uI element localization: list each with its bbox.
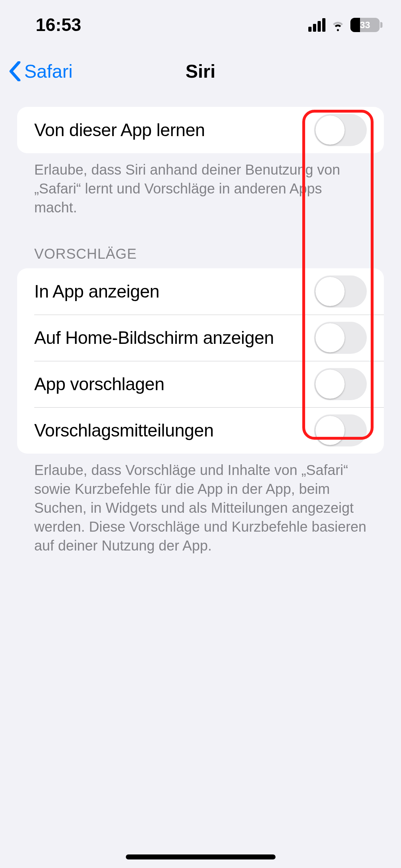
home-indicator [126,854,276,859]
row-show-in-app: In App anzeigen [17,268,384,315]
row-show-on-home: Auf Home-Bildschirm anzeigen [17,315,384,361]
nav-header: Safari Siri [0,50,401,93]
toggle-show-in-app[interactable] [314,275,367,308]
wifi-icon [330,17,345,32]
section-header-suggestions: VORSCHLÄGE [17,217,384,268]
row-label: Von dieser App lernen [34,120,205,140]
row-label: In App anzeigen [34,281,159,302]
toggle-suggestion-notifications[interactable] [314,414,367,446]
battery-percent: 33 [350,20,380,31]
row-suggestion-notifications: Vorschlagsmitteilungen [17,407,384,454]
cellular-icon [308,18,325,32]
section-footer-learn: Erlaube, dass Siri anhand deiner Benutzu… [17,153,384,217]
status-bar: 16:53 33 [0,0,401,50]
toggle-learn-from-app[interactable] [314,114,367,146]
back-button[interactable]: Safari [0,61,73,82]
chevron-left-icon [9,61,21,81]
row-label: Auf Home-Bildschirm anzeigen [34,327,274,348]
battery-icon: 33 [350,18,380,32]
row-label: App vorschlagen [34,374,164,394]
settings-group-suggestions: In App anzeigen Auf Home-Bildschirm anze… [17,268,384,454]
settings-group-learn: Von dieser App lernen [17,107,384,153]
toggle-suggest-app[interactable] [314,368,367,400]
row-label: Vorschlagsmitteilungen [34,420,214,441]
status-time: 16:53 [36,15,81,35]
row-suggest-app: App vorschlagen [17,361,384,407]
section-footer-suggestions: Erlaube, dass Vorschläge und Inhalte von… [17,454,384,556]
status-indicators: 33 [308,17,380,32]
back-button-label: Safari [24,61,73,82]
toggle-show-on-home[interactable] [314,322,367,354]
row-learn-from-app: Von dieser App lernen [17,107,384,153]
